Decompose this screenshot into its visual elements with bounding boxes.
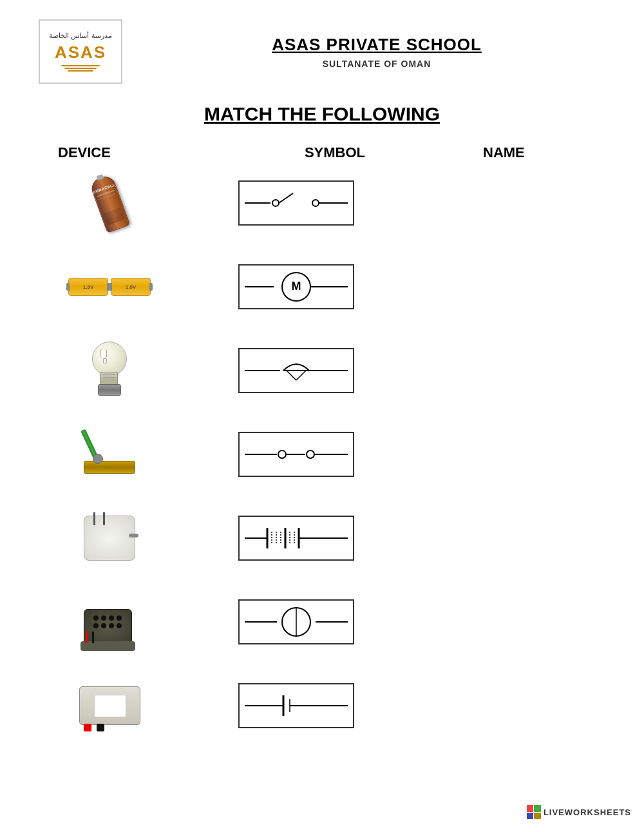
batt-cell-1: 1.5V — [68, 278, 108, 296]
open-switch-svg — [245, 184, 348, 222]
symbol-buzzer-wrapper — [238, 599, 367, 644]
bulb-glass — [92, 342, 127, 376]
logo-line-1 — [61, 65, 100, 66]
page: مدرسة أساس الخاصة ASAS ASAS PRIVATE SCHO… — [0, 0, 644, 832]
ammeter-visual — [74, 680, 145, 731]
symbol-cell-wrapper — [238, 683, 367, 728]
liveworksheets-badge: LIVEWORKSHEETS — [527, 805, 631, 819]
match-row-2: 1.5V 1.5V M — [39, 251, 605, 322]
symbol-battery-wrapper — [238, 516, 367, 561]
school-info: ASAS PRIVATE SCHOOL SULTANATE OF OMAN — [148, 35, 605, 69]
main-title: MATCH THE FOLLOWING — [39, 103, 605, 125]
battery-pack-visual: 1.5V 1.5V — [68, 278, 151, 296]
wire-con-svg — [245, 435, 348, 474]
match-row-5 — [39, 503, 605, 574]
buzzer-base — [80, 641, 135, 651]
motor-wires — [93, 512, 105, 525]
svg-point-15 — [278, 450, 286, 458]
symbol-buzzer-box — [238, 599, 354, 644]
logo-arabic: مدرسة أساس الخاصة — [49, 32, 111, 40]
match-row-6 — [39, 586, 605, 657]
col-name-header: NAME — [483, 144, 525, 161]
buzzer-wire-red — [86, 632, 88, 643]
symbol-cell-box — [238, 683, 354, 728]
logo-line-3 — [68, 70, 93, 72]
header: مدرسة أساس الخاصة ASAS ASAS PRIVATE SCHO… — [39, 19, 605, 84]
bulb-neck — [100, 372, 118, 385]
buzzer-visual — [80, 593, 138, 651]
cell-sym-svg — [245, 686, 348, 725]
svg-line-11 — [287, 371, 296, 380]
bulb-visual — [90, 342, 129, 400]
buzzer-hole-5 — [93, 623, 99, 628]
symbol-battery-box — [238, 516, 354, 561]
svg-text:M: M — [292, 280, 301, 293]
school-sub: SULTANATE OF OMAN — [148, 59, 605, 69]
battery-sym-svg — [245, 519, 348, 557]
match-row-4 — [39, 419, 605, 490]
column-headers: DEVICE SYMBOL NAME — [39, 144, 605, 161]
lw-sq-3 — [527, 813, 534, 820]
buzzer-hole-3 — [109, 615, 114, 621]
motor-visual — [80, 509, 138, 567]
motor-shaft — [129, 534, 138, 537]
batt-cell-2: 1.5V — [111, 278, 151, 296]
buzzer-hole-8 — [117, 623, 122, 628]
lw-sq-1 — [527, 805, 534, 812]
match-row-7 — [39, 670, 605, 741]
motor-svg: M — [245, 267, 348, 306]
buzzer-hole-7 — [109, 623, 114, 628]
buzzer-holes — [93, 615, 123, 630]
lw-sq-4 — [534, 813, 541, 820]
svg-point-1 — [272, 200, 279, 206]
svg-line-2 — [279, 193, 293, 203]
switch-pivot — [93, 454, 103, 464]
symbol-motor-box: M — [238, 264, 354, 309]
bulb-base — [98, 384, 121, 396]
buzzer-sym-svg — [245, 603, 348, 641]
buzzer-hole-4 — [117, 615, 122, 621]
motor-wire-2 — [103, 512, 105, 525]
title-section: MATCH THE FOLLOWING — [39, 103, 605, 125]
match-row-3 — [39, 335, 605, 406]
lw-sq-2 — [534, 805, 541, 812]
col-device-header: DEVICE — [58, 144, 200, 161]
logo-asas: ASAS — [55, 43, 106, 63]
bulb-sym-svg — [245, 351, 348, 390]
buzzer-hole-2 — [101, 615, 106, 621]
buzzer-wire-black — [92, 632, 94, 643]
device-buzzer — [58, 586, 161, 657]
device-motor — [58, 503, 161, 574]
device-single-battery: DURACELL — [58, 168, 161, 238]
match-row-1: DURACELL — [39, 168, 605, 238]
svg-point-17 — [307, 450, 314, 458]
switch-base — [84, 461, 135, 474]
lw-logo — [527, 805, 541, 819]
device-bulb — [58, 335, 161, 406]
lw-text: LIVEWORKSHEETS — [544, 808, 631, 817]
buzzer-hole-1 — [93, 615, 99, 621]
logo-lines — [61, 65, 100, 72]
svg-line-12 — [296, 371, 306, 380]
switch-lever-visual — [77, 429, 142, 480]
device-battery-pack: 1.5V 1.5V — [58, 251, 161, 322]
symbol-bulb-box — [238, 348, 354, 393]
symbol-open-switch-box — [238, 180, 354, 226]
symbol-wire-wrapper — [238, 432, 367, 477]
motor-wire-1 — [93, 512, 95, 525]
buzzer-hole-6 — [101, 623, 106, 628]
motor-body — [84, 516, 135, 561]
school-name: ASAS PRIVATE SCHOOL — [148, 35, 605, 55]
device-ammeter — [58, 670, 161, 741]
svg-point-3 — [312, 200, 319, 206]
logo-box: مدرسة أساس الخاصة ASAS — [39, 19, 122, 84]
symbol-bulb-wrapper — [238, 348, 367, 393]
logo-line-2 — [64, 68, 97, 69]
col-symbol-header: SYMBOL — [238, 144, 431, 161]
buzzer-body — [84, 609, 132, 644]
symbol-motor-wrapper: M — [238, 264, 367, 309]
symbol-wire-box — [238, 432, 354, 477]
device-switch-lever — [58, 419, 161, 490]
symbol-open-switch-wrapper — [238, 180, 367, 226]
